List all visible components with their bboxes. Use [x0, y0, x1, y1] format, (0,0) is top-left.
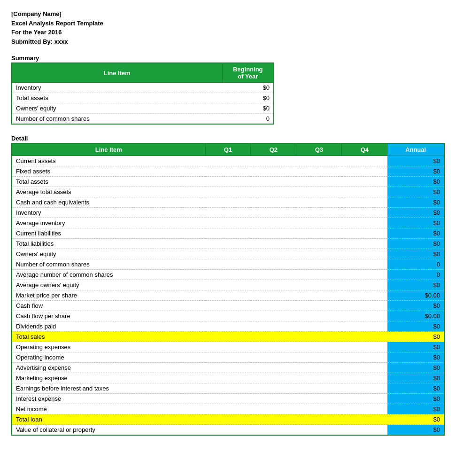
detail-annual: $0	[387, 383, 444, 394]
summary-col-lineitem: Line Item	[12, 63, 222, 83]
detail-q1	[205, 187, 251, 197]
detail-q4	[342, 177, 387, 187]
detail-q1	[205, 404, 251, 414]
detail-annual: $0	[387, 197, 444, 208]
detail-q4	[342, 414, 387, 425]
detail-q1	[205, 383, 251, 394]
detail-q3	[296, 404, 342, 414]
detail-annual: $0	[387, 404, 444, 414]
detail-row: Owners' equity $0	[12, 249, 444, 259]
detail-row: Average owners' equity $0	[12, 280, 444, 290]
detail-q3	[296, 363, 342, 373]
summary-row: Number of common shares 0	[12, 114, 274, 125]
detail-row: Current assets $0	[12, 156, 444, 166]
detail-q2	[251, 404, 296, 414]
detail-q3	[296, 425, 342, 436]
detail-q2	[251, 425, 296, 436]
summary-row: Total assets $0	[12, 93, 274, 103]
detail-q2	[251, 332, 296, 342]
detail-item: Cash and cash equivalents	[12, 197, 205, 208]
detail-q1	[205, 166, 251, 177]
detail-annual: $0	[387, 156, 444, 166]
summary-value: $0	[222, 93, 274, 103]
detail-annual: 0	[387, 270, 444, 280]
detail-annual: $0	[387, 332, 444, 342]
detail-q1	[205, 228, 251, 239]
detail-row: Average inventory $0	[12, 218, 444, 228]
detail-q2	[251, 239, 296, 249]
detail-q1	[205, 197, 251, 208]
detail-annual: $0	[387, 373, 444, 383]
detail-row: Earnings before interest and taxes $0	[12, 383, 444, 394]
summary-item: Number of common shares	[12, 114, 222, 125]
detail-q4	[342, 425, 387, 436]
summary-row: Owners' equity $0	[12, 103, 274, 114]
detail-q2	[251, 177, 296, 187]
summary-value: 0	[222, 114, 274, 125]
detail-q4	[342, 342, 387, 352]
detail-q1	[205, 394, 251, 404]
detail-item: Fixed assets	[12, 166, 205, 177]
detail-q1	[205, 177, 251, 187]
detail-item: Total sales	[12, 332, 205, 342]
detail-q4	[342, 197, 387, 208]
detail-q1	[205, 363, 251, 373]
detail-item: Total loan	[12, 414, 205, 425]
detail-item: Total assets	[12, 177, 205, 187]
detail-annual: 0	[387, 259, 444, 270]
detail-row: Total sales $0	[12, 332, 444, 342]
detail-q3	[296, 311, 342, 321]
detail-annual: $0	[387, 187, 444, 197]
detail-q1	[205, 342, 251, 352]
summary-item: Owners' equity	[12, 103, 222, 114]
detail-q1	[205, 414, 251, 425]
detail-item: Average inventory	[12, 218, 205, 228]
detail-row: Advertising expense $0	[12, 363, 444, 373]
detail-q1	[205, 290, 251, 301]
detail-q4	[342, 156, 387, 166]
detail-q2	[251, 280, 296, 290]
detail-annual: $0	[387, 280, 444, 290]
detail-annual: $0	[387, 321, 444, 332]
detail-col-q3: Q3	[296, 143, 342, 156]
detail-q1	[205, 156, 251, 166]
detail-row: Market price per share $0.00	[12, 290, 444, 301]
detail-item: Cash flow	[12, 301, 205, 311]
detail-annual: $0	[387, 301, 444, 311]
detail-label: Detail	[11, 135, 445, 142]
detail-annual: $0	[387, 166, 444, 177]
detail-row: Cash flow per share $0.00	[12, 311, 444, 321]
detail-col-annual: Annual	[387, 143, 444, 156]
detail-row: Total liabilities $0	[12, 239, 444, 249]
detail-row: Value of collateral or property $0	[12, 425, 444, 436]
detail-item: Interest expense	[12, 394, 205, 404]
detail-item: Operating expenses	[12, 342, 205, 352]
detail-q1	[205, 208, 251, 218]
detail-item: Earnings before interest and taxes	[12, 383, 205, 394]
detail-item: Inventory	[12, 208, 205, 218]
detail-col-q1: Q1	[205, 143, 251, 156]
detail-item: Value of collateral or property	[12, 425, 205, 436]
detail-q3	[296, 332, 342, 342]
detail-col-lineitem: Line Item	[12, 143, 205, 156]
detail-annual: $0.00	[387, 290, 444, 301]
detail-col-q4: Q4	[342, 143, 387, 156]
detail-item: Current assets	[12, 156, 205, 166]
detail-row: Fixed assets $0	[12, 166, 444, 177]
detail-item: Net income	[12, 404, 205, 414]
detail-q4	[342, 290, 387, 301]
detail-q4	[342, 270, 387, 280]
detail-q3	[296, 197, 342, 208]
detail-q4	[342, 404, 387, 414]
detail-col-q2: Q2	[251, 143, 296, 156]
detail-q1	[205, 280, 251, 290]
detail-q3	[296, 187, 342, 197]
detail-q3	[296, 228, 342, 239]
detail-q3	[296, 321, 342, 332]
detail-annual: $0	[387, 208, 444, 218]
detail-q4	[342, 321, 387, 332]
detail-q1	[205, 321, 251, 332]
detail-section: Detail Line Item Q1 Q2 Q3 Q4 Annual Curr…	[11, 135, 445, 436]
summary-item: Total assets	[12, 93, 222, 103]
detail-q3	[296, 259, 342, 270]
